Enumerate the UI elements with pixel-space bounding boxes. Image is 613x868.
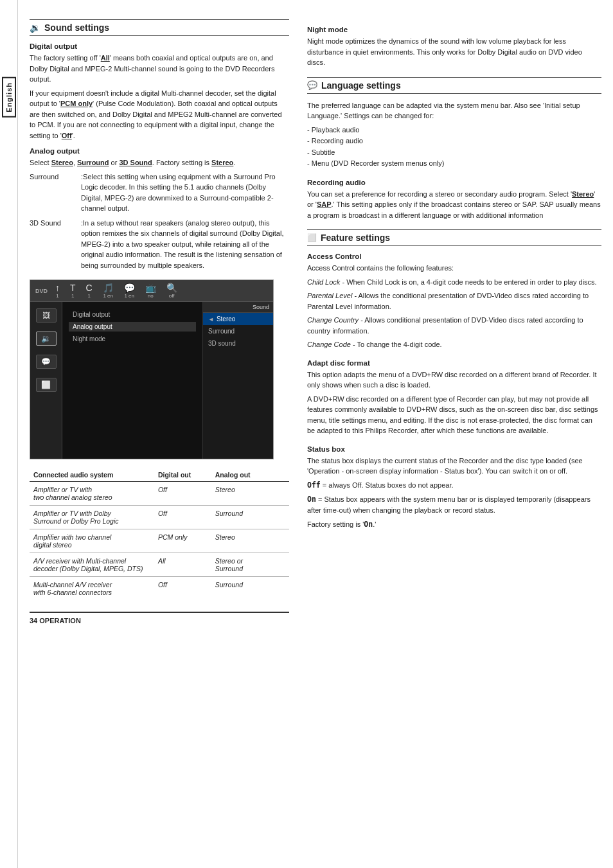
digital-output-para1: The factory setting off 'All' means both…	[30, 53, 289, 85]
menu-center-digital: Digital output	[69, 310, 196, 319]
table-header-digital: Digital out	[154, 468, 211, 482]
right-column: Night mode Night mode optimizes the dyna…	[301, 13, 613, 855]
table-row: Amplifier or TV withtwo channel analog s…	[30, 482, 289, 506]
menu-center-night: Night mode	[69, 334, 196, 344]
table-row: Multi-channel A/V receiverwith 6-channel…	[30, 577, 289, 601]
menu-icons-row: ↑ 1 T 1 C 1 🎵 1 en	[55, 283, 177, 299]
table-cell-device: Amplifier or TV with DolbySurround or Do…	[30, 506, 154, 529]
table-header-device: Connected audio system	[30, 468, 154, 482]
digital-output-title: Digital output	[30, 42, 289, 50]
adapt-disc-title: Adapt disc format	[307, 359, 601, 367]
page-footer: 34 OPERATION	[30, 612, 289, 624]
dvd-label: DVD	[35, 288, 48, 294]
table-cell-digital: Off	[154, 482, 211, 506]
adapt-disc-text2: A DVD+RW disc recorded on a different ty…	[307, 394, 601, 436]
access-control-intro: Access Control contains the following fe…	[307, 263, 601, 274]
table-cell-analog: Surround	[211, 506, 289, 529]
adapt-disc-text1: This option adapts the menu of a DVD+RW …	[307, 369, 601, 391]
language-item: Recording audio	[307, 136, 601, 147]
status-box-on: On = Status box appears with the system …	[307, 494, 601, 516]
menu-left-icon-features: ⬜	[36, 378, 57, 392]
menu-right-header: Sound	[203, 302, 273, 313]
feature-settings-section: ⬜ Feature settings Access Control Access…	[307, 229, 601, 530]
menu-center-analog: Analog output	[69, 322, 196, 332]
menu-icon-audio: 🎵 1 en	[103, 283, 114, 299]
menu-icon-c: C 1	[86, 283, 93, 299]
table-cell-digital: Off	[154, 506, 211, 529]
menu-left-icon-sub: 💬	[36, 355, 57, 369]
language-label: English	[2, 77, 16, 118]
menu-right-panel: Sound ◄ Stereo Surround 3D sound	[202, 302, 273, 459]
table-cell-device: Multi-channel A/V receiverwith 6-channel…	[30, 577, 154, 601]
menu-left-icon-audio: 🔉	[36, 332, 57, 346]
table-cell-device: Amplifier or TV withtwo channel analog s…	[30, 482, 154, 506]
menu-right-stereo: ◄ Stereo	[203, 313, 273, 325]
status-box-factory: Factory setting is 'On.'	[307, 519, 601, 530]
menu-icon-sub: 💬 1 en	[124, 283, 135, 299]
status-box-off: Off = always Off. Status boxes do not ap…	[307, 480, 601, 491]
table-cell-digital: Off	[154, 577, 211, 601]
menu-right-surround: Surround	[203, 325, 273, 337]
access-control-title: Access Control	[307, 252, 601, 260]
menu-left-icons: 🖼 🔉 💬 ⬜	[30, 302, 62, 459]
language-item: Playback audio	[307, 125, 601, 136]
3d-sound-item: 3D Sound :In a setup without rear speake…	[30, 218, 289, 271]
digital-output-para2: If your equipment doesn't include a digi…	[30, 88, 289, 141]
table-header-analog: Analog out	[211, 468, 289, 482]
table-cell-analog: Surround	[211, 577, 289, 601]
status-box-title: Status box	[307, 445, 601, 453]
change-code-text: Change Code - To change the 4-digit code…	[307, 339, 601, 350]
left-column: 🔉 Sound settings Digital output The fact…	[18, 13, 301, 855]
table-cell-device: A/V receiver with Multi-channeldecoder (…	[30, 553, 154, 577]
analog-select-line: Select Stereo, Surround or 3D Sound. Fac…	[30, 157, 289, 168]
menu-icon-ch: 📺 no	[145, 283, 156, 299]
menu-right-3dsound: 3D sound	[203, 337, 273, 350]
recording-audio-title: Recording audio	[307, 179, 601, 186]
language-settings-title: 💬 Language settings	[307, 77, 601, 94]
menu-icon-zoom: 🔍 off	[166, 283, 177, 299]
sound-settings-title: 🔉 Sound settings	[30, 19, 289, 36]
language-list: Playback audio Recording audio Subtitle …	[307, 125, 601, 170]
table-row: Amplifier or TV with DolbySurround or Do…	[30, 506, 289, 529]
menu-left-icon-video: 🖼	[36, 308, 57, 323]
surround-item: Surround :Select this setting when using…	[30, 172, 289, 214]
night-mode-section: Night mode Night mode optimizes the dyna…	[307, 26, 601, 68]
status-box-text1: The status box displays the current stat…	[307, 456, 601, 477]
menu-top-bar: DVD ↑ 1 T 1 C 1	[30, 280, 273, 302]
language-intro: The preferred language can be adapted vi…	[307, 100, 601, 121]
table-cell-analog: Stereo	[211, 529, 289, 553]
menu-icon-t: T 1	[70, 283, 76, 299]
feature-settings-title: ⬜ Feature settings	[307, 229, 601, 246]
menu-main-area: 🖼 🔉 💬 ⬜ Digital output Analog output Nig…	[30, 302, 273, 459]
night-mode-text: Night mode optimizes the dynamics of the…	[307, 36, 601, 68]
audio-table: Connected audio system Digital out Analo…	[30, 468, 289, 600]
table-cell-device: Amplifier with two channeldigital stereo	[30, 529, 154, 553]
table-row: Amplifier with two channeldigital stereo…	[30, 529, 289, 553]
table-cell-digital: PCM only	[154, 529, 211, 553]
table-cell-analog: Stereo orSurround	[211, 553, 289, 577]
sound-icon: 🔉	[30, 22, 40, 33]
language-item: Subtitle	[307, 147, 601, 159]
language-settings-section: 💬 Language settings The preferred langua…	[307, 77, 601, 221]
side-tab: English	[0, 0, 18, 868]
table-cell-digital: All	[154, 553, 211, 577]
menu-icon-arrow: ↑ 1	[55, 283, 60, 299]
recording-audio-text: You can set a preference for recording a…	[307, 189, 601, 221]
menu-center: Digital output Analog output Night mode	[62, 302, 202, 459]
feature-icon: ⬜	[307, 233, 317, 242]
menu-screenshot: DVD ↑ 1 T 1 C 1	[30, 279, 274, 459]
analog-output-title: Analog output	[30, 147, 289, 155]
language-icon: 💬	[307, 80, 317, 90]
table-row: A/V receiver with Multi-channeldecoder (…	[30, 553, 289, 577]
night-mode-title: Night mode	[307, 26, 601, 33]
change-country-text: Change Country - Allows conditional pres…	[307, 315, 601, 336]
language-item: Menu (DVD Recorder system menus only)	[307, 158, 601, 170]
table-cell-analog: Stereo	[211, 482, 289, 506]
analog-output-list: Surround :Select this setting when using…	[30, 172, 289, 271]
child-lock-text: Child Lock - When Child Lock is on, a 4-…	[307, 277, 601, 288]
parental-level-text: Parental Level - Allows the conditional …	[307, 290, 601, 312]
